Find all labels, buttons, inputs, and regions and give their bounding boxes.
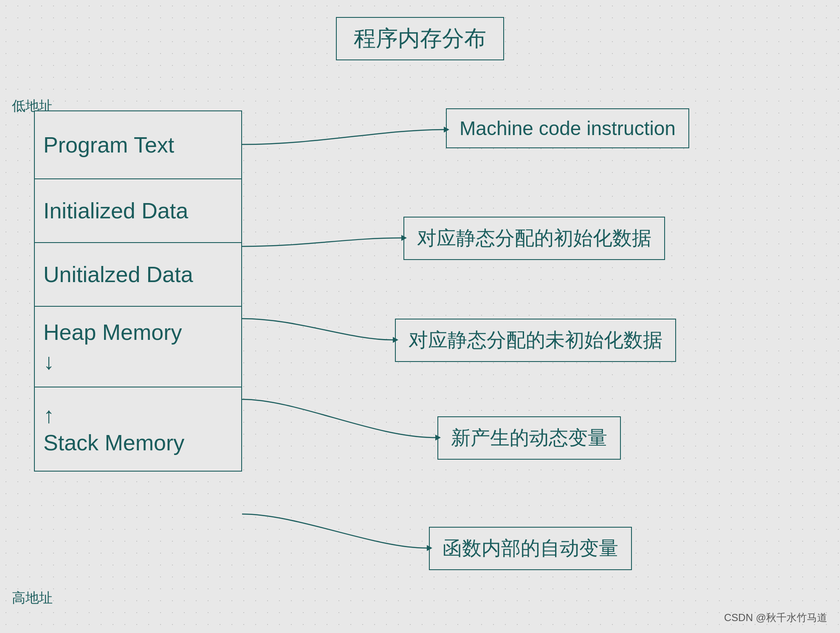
stack-memory-block: ↑ Stack Memory <box>34 387 242 472</box>
high-address-label: 高地址 <box>12 589 53 608</box>
uninitialized-data-block: Unitialzed Data <box>34 242 242 306</box>
static-init-box: 对应静态分配的初始化数据 <box>403 217 665 260</box>
auto-var-box: 函数内部的自动变量 <box>429 527 632 570</box>
heap-memory-block: Heap Memory ↓ <box>34 306 242 387</box>
page-title: 程序内存分布 <box>354 26 486 51</box>
static-uninit-text: 对应静态分配的未初始化数据 <box>409 329 662 351</box>
memory-blocks-container: Program Text Initialized Data Unitialzed… <box>34 110 242 472</box>
initialized-data-label: Initialized Data <box>43 198 188 224</box>
heap-arrow-down: ↓ <box>43 349 54 374</box>
program-text-label: Program Text <box>43 132 174 158</box>
uninitialized-data-label: Unitialzed Data <box>43 261 193 288</box>
program-text-block: Program Text <box>34 110 242 178</box>
stack-arrow-up: ↑ <box>43 402 54 428</box>
title-box: 程序内存分布 <box>336 17 504 60</box>
heap-memory-label: Heap Memory <box>43 319 182 345</box>
watermark: CSDN @秋千水竹马道 <box>724 611 827 625</box>
dynamic-var-box: 新产生的动态变量 <box>437 416 621 460</box>
machine-code-text: Machine code instruction <box>459 117 676 139</box>
stack-memory-label: Stack Memory <box>43 430 184 456</box>
machine-code-box: Machine code instruction <box>446 108 689 148</box>
static-uninit-box: 对应静态分配的未初始化数据 <box>395 319 676 362</box>
page-container: 程序内存分布 低地址 高地址 Program Text Initialized … <box>0 0 840 633</box>
dynamic-var-text: 新产生的动态变量 <box>451 427 607 449</box>
static-init-text: 对应静态分配的初始化数据 <box>417 227 651 249</box>
auto-var-text: 函数内部的自动变量 <box>443 537 618 559</box>
initialized-data-block: Initialized Data <box>34 178 242 242</box>
